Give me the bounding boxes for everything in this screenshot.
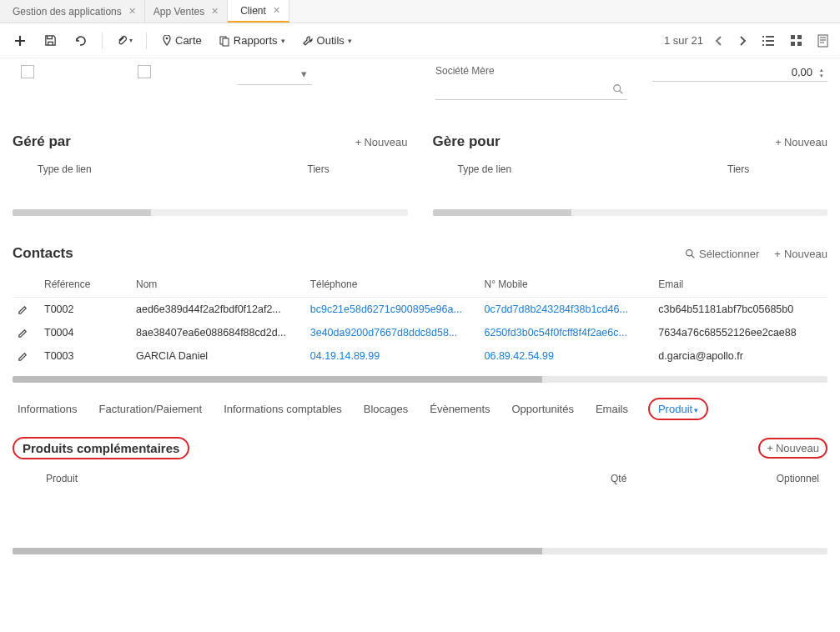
numeric-field[interactable]: 0,00 ▴▾ xyxy=(652,63,827,82)
edit-icon[interactable] xyxy=(13,321,39,344)
cell-ref: T0003 xyxy=(39,344,131,368)
cell-mob[interactable]: 06.89.42.54.99 xyxy=(480,344,654,368)
cell-ref: T0002 xyxy=(39,298,131,322)
next-button[interactable] xyxy=(735,32,750,50)
plus-icon: + xyxy=(774,248,781,260)
scrollbar[interactable] xyxy=(13,376,827,383)
selectionner-label: Sélectionner xyxy=(699,248,759,260)
col-nom[interactable]: Nom xyxy=(131,272,305,298)
col-produit: Produit xyxy=(21,473,611,484)
scrollbar[interactable] xyxy=(13,548,827,554)
contacts-section: Contacts Sélectionner +Nouveau Référence… xyxy=(13,245,827,383)
subtab-opportunites[interactable]: Opportunités xyxy=(511,398,576,420)
page-view-icon[interactable] xyxy=(814,31,832,51)
col-type-lien: Type de lien xyxy=(13,163,308,175)
pin-icon xyxy=(162,35,172,47)
cell-email: c3b64b51181abf7bc05685b0 xyxy=(653,298,827,322)
subtab-emails[interactable]: Emails xyxy=(594,398,630,420)
toolbar: ▾ Carte Rapports▾ Outils▾ 1 sur 21 xyxy=(0,23,840,58)
prev-button[interactable] xyxy=(712,32,727,50)
svg-point-10 xyxy=(614,84,621,91)
spinner[interactable]: ▴▾ xyxy=(816,63,827,81)
panel-title: Gère pour xyxy=(433,133,500,150)
search-icon xyxy=(612,83,624,95)
cell-nom: GARCIA Daniel xyxy=(131,344,305,368)
nouveau-button[interactable]: +Nouveau xyxy=(774,248,827,260)
grid-view-icon[interactable] xyxy=(787,31,806,50)
cell-nom: 8ae38407ea6e088684f88cd2d... xyxy=(131,321,305,344)
cell-tel[interactable]: bc9c21e58d6271c900895e96a... xyxy=(305,298,480,322)
col-mobile[interactable]: N° Mobile xyxy=(480,272,654,298)
carte-button[interactable]: Carte xyxy=(157,31,207,50)
nouveau-button[interactable]: +Nouveau xyxy=(767,442,819,454)
col-optionnel: Optionnel xyxy=(744,473,819,484)
subtab-evenements[interactable]: Évènements xyxy=(428,398,491,420)
cell-nom: aed6e389d44f2a2fbdf0f12af2... xyxy=(131,298,305,322)
svg-rect-5 xyxy=(791,35,795,39)
cell-mob[interactable]: 0c7dd7d8b243284f38b1cd46... xyxy=(480,298,654,322)
produits-title: Produits complémentaires xyxy=(23,441,179,455)
svg-rect-6 xyxy=(797,35,802,39)
tab-gestion-apps[interactable]: Gestion des applications ✕ xyxy=(0,0,145,23)
contacts-table: Référence Nom Téléphone N° Mobile Email … xyxy=(13,272,827,368)
save-button[interactable] xyxy=(38,29,62,53)
svg-rect-9 xyxy=(818,35,827,47)
edit-icon[interactable] xyxy=(13,344,39,368)
close-icon[interactable]: ✕ xyxy=(273,5,280,16)
outils-button[interactable]: Outils▾ xyxy=(297,31,357,50)
attach-button[interactable]: ▾ xyxy=(113,29,136,53)
plus-icon: + xyxy=(775,136,782,148)
subtab-blocages[interactable]: Blocages xyxy=(362,398,410,420)
svg-rect-4 xyxy=(223,38,229,46)
sub-tabs: Informations Facturation/Paiement Inform… xyxy=(13,398,827,420)
nouveau-button[interactable]: +Nouveau xyxy=(355,136,408,148)
plus-icon: + xyxy=(767,442,773,454)
outils-label: Outils xyxy=(317,34,345,47)
societe-mere-input[interactable] xyxy=(435,78,627,100)
tab-label: App Ventes xyxy=(153,6,204,18)
svg-point-11 xyxy=(687,249,692,255)
subtab-facturation[interactable]: Facturation/Paiement xyxy=(98,398,204,420)
list-view-icon[interactable] xyxy=(758,32,778,50)
subtab-produit[interactable]: Produit▾ xyxy=(648,398,708,420)
nouveau-label: Nouveau xyxy=(784,248,827,260)
cell-mob[interactable]: 6250fd3b0c54f0fcff8f4f2ae6c... xyxy=(480,321,654,344)
add-button[interactable] xyxy=(8,29,32,53)
tab-app-ventes[interactable]: App Ventes ✕ xyxy=(145,0,228,23)
subtab-informations[interactable]: Informations xyxy=(16,398,79,420)
scrollbar[interactable] xyxy=(13,209,408,216)
close-icon[interactable]: ✕ xyxy=(128,6,136,17)
select-field[interactable]: ▾ xyxy=(238,63,312,85)
tab-client[interactable]: Client ✕ xyxy=(228,0,289,23)
search-icon xyxy=(685,248,696,259)
rapports-button[interactable]: Rapports▾ xyxy=(214,31,290,50)
empty-rows xyxy=(13,489,827,548)
tab-label: Gestion des applications xyxy=(13,6,122,18)
selectionner-button[interactable]: Sélectionner xyxy=(685,248,759,260)
col-telephone[interactable]: Téléphone xyxy=(305,272,480,298)
cell-email: 7634a76c68552126ee2cae88 xyxy=(653,321,827,344)
subtab-info-comptables[interactable]: Informations comptables xyxy=(222,398,344,420)
app-tabs: Gestion des applications ✕ App Ventes ✕ … xyxy=(0,0,840,23)
table-row[interactable]: T0002 aed6e389d44f2a2fbdf0f12af2... bc9c… xyxy=(13,298,827,322)
col-email[interactable]: Email xyxy=(653,272,827,298)
table-row[interactable]: T0004 8ae38407ea6e088684f88cd2d... 3e40d… xyxy=(13,321,827,344)
panel-title: Géré par xyxy=(13,133,71,150)
cell-tel[interactable]: 3e40da9200d7667d8ddc8d58... xyxy=(305,321,480,344)
col-reference[interactable]: Référence xyxy=(39,272,131,298)
plus-icon: + xyxy=(355,136,362,148)
produits-section: Produits complémentaires +Nouveau Produi… xyxy=(13,437,827,554)
cell-tel[interactable]: 04.19.14.89.99 xyxy=(305,344,480,368)
chevron-down-icon: ▾ xyxy=(694,406,698,414)
scrollbar[interactable] xyxy=(433,209,828,216)
societe-mere-label: Société Mère xyxy=(435,65,627,77)
close-icon[interactable]: ✕ xyxy=(211,6,219,17)
numeric-value: 0,00 xyxy=(792,66,812,78)
checkbox[interactable] xyxy=(138,65,151,78)
edit-icon[interactable] xyxy=(13,298,39,322)
checkbox[interactable] xyxy=(21,65,34,78)
undo-button[interactable] xyxy=(68,29,92,53)
separator xyxy=(102,33,103,49)
nouveau-button[interactable]: +Nouveau xyxy=(775,136,827,148)
table-row[interactable]: T0003 GARCIA Daniel 04.19.14.89.99 06.89… xyxy=(13,344,827,368)
